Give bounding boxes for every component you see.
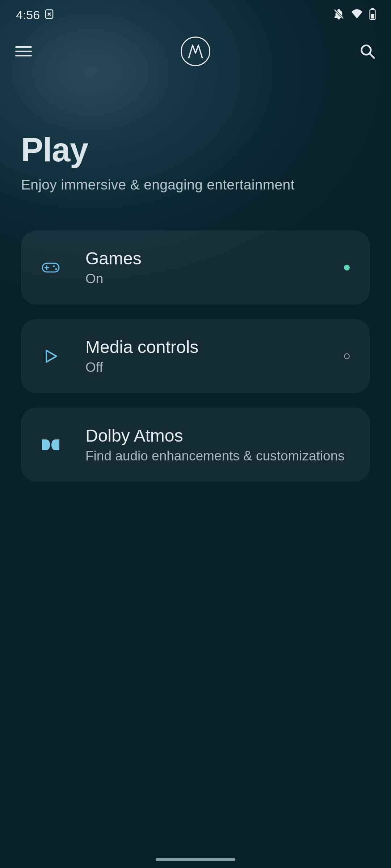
status-right [333,8,376,21]
wifi-icon [350,9,363,21]
card-content: Dolby Atmos Find audio enhancements & cu… [85,426,354,464]
gamepad-icon [41,258,61,278]
card-subtitle: Off [85,360,344,375]
page-subtitle: Enjoy immersive & engaging entertainment [21,177,370,193]
card-title: Dolby Atmos [85,426,354,446]
status-bar: 4:56 [0,0,391,30]
navigation-handle[interactable] [156,858,235,861]
dolby-icon [41,435,61,455]
hamburger-icon [15,46,32,48]
search-icon [360,43,375,59]
page-title: Play [21,131,370,169]
status-time: 4:56 [16,8,40,22]
dolby-atmos-card[interactable]: Dolby Atmos Find audio enhancements & cu… [21,408,370,482]
card-title: Media controls [85,337,344,357]
cards-container: Games On Media controls Off Dolby Atmos … [0,193,391,482]
search-button[interactable] [359,43,376,60]
dnd-off-icon [333,8,345,21]
header-section: Play Enjoy immersive & engaging entertai… [0,73,391,193]
svg-point-9 [53,265,55,267]
status-left: 4:56 [16,8,54,22]
card-title: Games [85,248,344,268]
battery-icon [369,8,376,21]
svg-point-10 [55,268,57,270]
card-content: Games On [85,248,344,286]
media-controls-card[interactable]: Media controls Off [21,319,370,393]
menu-button[interactable] [15,43,32,60]
play-icon [41,346,61,366]
status-indicator-off [344,353,350,359]
card-subtitle: On [85,271,344,286]
status-indicator-on [344,265,350,271]
card-content: Media controls Off [85,337,344,375]
games-card[interactable]: Games On [21,230,370,305]
card-subtitle: Find audio enhancements & customizations [85,448,354,464]
motorola-logo [181,37,210,66]
app-bar [0,30,391,73]
svg-rect-3 [371,14,374,18]
data-saver-icon [45,9,54,21]
svg-line-5 [370,54,374,58]
